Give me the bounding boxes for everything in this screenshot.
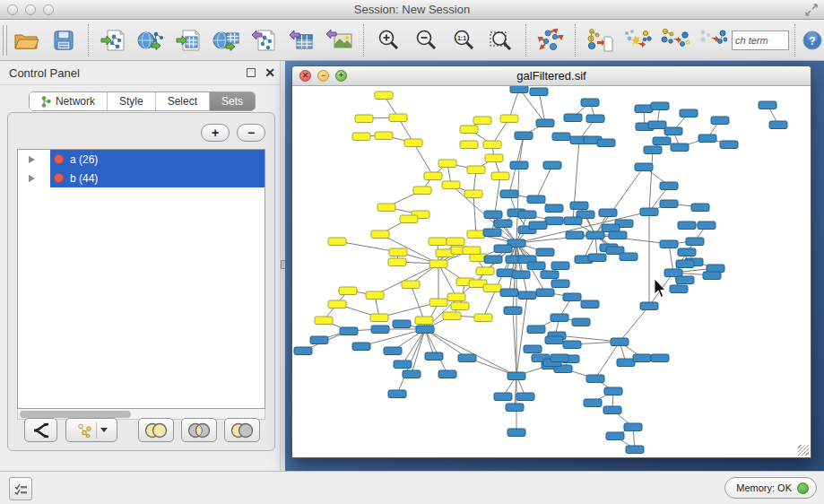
graph-node-blue (678, 222, 696, 230)
graph-node-blue (536, 248, 554, 256)
graph-node-yellow (389, 114, 407, 122)
fork-icon (31, 422, 51, 439)
graph-node-blue (678, 248, 696, 256)
set-intersection-button[interactable] (181, 418, 217, 442)
graph-node-blue (518, 291, 536, 300)
import-table-web-button[interactable] (207, 23, 245, 57)
fullscreen-icon[interactable] (804, 3, 819, 17)
zoom-in-button[interactable] (369, 23, 407, 57)
graph-node-yellow (485, 154, 503, 162)
expander-icon[interactable] (29, 175, 35, 182)
graph-node-blue (703, 272, 721, 280)
status-bar: Memory: OK (0, 471, 824, 504)
resize-grip[interactable] (798, 445, 809, 456)
graph-node-blue (566, 231, 584, 239)
graph-node-yellow (339, 287, 357, 295)
tab-network[interactable]: Network (30, 92, 108, 110)
export-table-button[interactable] (282, 23, 320, 57)
graph-node-blue (541, 271, 559, 279)
memory-status-label: Memory: OK (736, 482, 792, 493)
export-table-icon (289, 29, 314, 52)
close-panel-icon[interactable]: ✕ (265, 68, 275, 77)
graph-node-blue (626, 446, 644, 454)
graph-node-blue (500, 190, 518, 198)
tab-select[interactable]: Select (156, 92, 210, 110)
list-item-set-a[interactable]: a (26) (18, 150, 265, 169)
control-panel-header: Control Panel ✕ (0, 61, 284, 85)
graph-node-blue (388, 390, 406, 398)
scrollbar-thumb[interactable] (20, 411, 131, 418)
set-difference-button[interactable] (224, 418, 260, 442)
merge-networks-file-button[interactable] (581, 23, 619, 57)
graph-node-blue (633, 354, 651, 362)
svg-text:?: ? (809, 34, 815, 47)
float-panel-icon[interactable] (247, 68, 256, 77)
graph-node-yellow (467, 166, 485, 174)
export-image-button[interactable] (320, 23, 358, 57)
graph-node-blue (698, 135, 716, 143)
export-network-button[interactable] (245, 23, 282, 57)
graph-node-blue (425, 352, 443, 361)
tab-select-label: Select (168, 95, 197, 108)
graph-node-blue (545, 204, 563, 213)
graph-node-blue (551, 314, 568, 322)
graph-node-yellow (451, 302, 469, 310)
graph-node-blue (676, 260, 694, 268)
tab-style[interactable]: Style (108, 92, 156, 110)
help-button[interactable]: ? (801, 23, 824, 57)
graph-node-yellow (447, 238, 464, 246)
memory-status-button[interactable]: Memory: OK (724, 477, 817, 499)
save-session-button[interactable] (45, 23, 82, 57)
network-graph[interactable] (292, 86, 811, 457)
graph-node-yellow (429, 299, 447, 307)
open-folder-icon (13, 30, 39, 51)
zoom-actual-size-button[interactable]: 1:1 (445, 23, 482, 57)
set-union-button[interactable] (138, 418, 174, 442)
split-set-button[interactable] (24, 418, 57, 442)
svg-text:1:1: 1:1 (457, 35, 466, 41)
import-network-web-button[interactable] (132, 23, 169, 57)
import-network-file-button[interactable] (94, 23, 132, 57)
merge-networks-intersection-button[interactable] (656, 23, 694, 57)
graph-node-blue (584, 399, 602, 407)
remove-set-button[interactable]: − (237, 124, 265, 142)
create-set-from-network-button[interactable] (65, 418, 117, 442)
dropdown-caret-icon[interactable] (100, 428, 108, 432)
list-item-set-b[interactable]: b (44) (18, 169, 265, 187)
merge-networks-difference-button[interactable] (694, 23, 732, 57)
tab-sets[interactable]: Sets (210, 92, 255, 110)
graph-node-yellow (370, 314, 388, 322)
graph-node-yellow (447, 293, 465, 301)
network-canvas[interactable] (292, 86, 811, 457)
zoom-fit-button[interactable] (482, 23, 520, 57)
graph-node-blue (660, 200, 678, 208)
search-input[interactable] (732, 30, 789, 50)
graph-node-yellow (404, 139, 422, 147)
graph-node-blue (371, 326, 389, 334)
graph-node-blue (506, 404, 524, 412)
network-desktop: ✕ − + galFiltered.sif (285, 61, 824, 471)
graph-node-blue (563, 293, 581, 301)
control-panel-title: Control Panel (9, 66, 80, 80)
export-image-icon (325, 29, 352, 52)
merge-networks-union-button[interactable] (619, 23, 656, 57)
task-monitor-button[interactable] (9, 477, 32, 500)
help-icon: ? (802, 30, 822, 50)
zoom-out-button[interactable] (407, 23, 445, 57)
venn-union-icon (143, 422, 169, 439)
zoom-fit-icon (489, 29, 514, 52)
import-table-file-button[interactable] (169, 23, 207, 57)
open-session-button[interactable] (7, 23, 45, 57)
graph-node-blue (635, 163, 653, 171)
expander-icon[interactable] (29, 156, 35, 163)
add-set-button[interactable]: + (201, 124, 230, 142)
graph-node-blue (564, 217, 582, 225)
zoom-out-icon (414, 29, 438, 52)
network-tab-icon (41, 96, 51, 108)
graph-node-blue (644, 146, 662, 154)
network-view-window[interactable]: ✕ − + galFiltered.sif (291, 65, 811, 458)
apply-layout-button[interactable] (532, 23, 569, 57)
network-window-titlebar[interactable]: ✕ − + galFiltered.sif (292, 66, 811, 86)
graph-node-blue (707, 265, 724, 273)
toolbar-separator (575, 24, 576, 56)
